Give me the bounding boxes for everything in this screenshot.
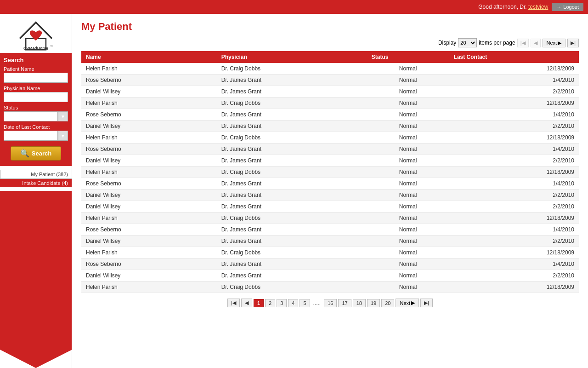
table-row[interactable]: Daniel WillseyDr. James GrantNormal2/2/2… <box>81 121 579 132</box>
page-16-button[interactable]: 16 <box>324 299 337 307</box>
date-dropdown-arrow[interactable]: ▼ <box>58 131 68 141</box>
page-20-button[interactable]: 20 <box>381 299 394 307</box>
cell-2-2: Normal <box>367 86 449 98</box>
header: Good afternoon, Dr. testview → Logout <box>0 0 588 14</box>
page-17-button[interactable]: 17 <box>338 299 351 307</box>
table-row[interactable]: Rose SebernoDr. James GrantNormal1/4/201… <box>81 144 579 155</box>
table-row[interactable]: Helen ParishDr. Craig DobbsNormal12/18/2… <box>81 213 579 224</box>
table-row[interactable]: Rose SebernoDr. James GrantNormal1/4/201… <box>81 178 579 190</box>
cell-14-1: Dr. James Grant <box>217 224 367 236</box>
page-19-button[interactable]: 19 <box>367 299 380 307</box>
table-row[interactable]: Helen ParishDr. Craig DobbsNormal12/18/2… <box>81 98 579 109</box>
cell-0-1: Dr. Craig Dobbs <box>217 63 367 75</box>
first-page-top-button[interactable]: |◀ <box>517 39 529 47</box>
table-row[interactable]: Daniel WillseyDr. James GrantNormal2/2/2… <box>81 86 579 98</box>
physician-name-input[interactable] <box>4 92 68 102</box>
last-page-bottom-button[interactable]: ▶| <box>420 299 433 307</box>
status-dropdown-arrow[interactable]: ▼ <box>58 111 68 121</box>
date-dropdown-container: ▼ <box>4 131 68 144</box>
patient-name-input[interactable] <box>4 73 68 83</box>
cell-18-0: Daniel Willsey <box>81 270 217 282</box>
table-row[interactable]: Helen ParishDr. Craig DobbsNormal12/18/2… <box>81 132 579 144</box>
table-row[interactable]: Rose SebernoDr. James GrantNormal1/4/201… <box>81 259 579 270</box>
cell-8-0: Daniel Willsey <box>81 155 217 167</box>
table-row[interactable]: Helen ParishDr. Craig DobbsNormal12/18/2… <box>81 167 579 178</box>
cell-11-0: Daniel Willsey <box>81 190 217 201</box>
cell-3-2: Normal <box>367 98 449 109</box>
cell-17-3: 1/4/2010 <box>449 259 579 270</box>
table-row[interactable]: Rose SebernoDr. James GrantNormal1/4/201… <box>81 75 579 86</box>
cell-17-0: Rose Seberno <box>81 259 217 270</box>
first-page-bottom-button[interactable]: |◀ <box>227 299 240 307</box>
main-content: My Patient Display 20 50 100 items per p… <box>72 14 588 368</box>
nav-links: My Patient (382) Intake Candidate (4) <box>0 166 72 191</box>
cell-16-0: Helen Parish <box>81 247 217 259</box>
date-input[interactable] <box>4 131 58 141</box>
cell-13-2: Normal <box>367 213 449 224</box>
table-row[interactable]: Daniel WillseyDr. James GrantNormal2/2/2… <box>81 236 579 247</box>
cell-0-3: 12/18/2009 <box>449 63 579 75</box>
search-icon: 🔍 <box>20 149 29 158</box>
table-row[interactable]: Daniel WillseyDr. James GrantNormal2/2/2… <box>81 190 579 201</box>
table-row[interactable]: Daniel WillseyDr. James GrantNormal2/2/2… <box>81 155 579 167</box>
patient-name-label: Patient Name <box>4 66 68 72</box>
last-page-top-button[interactable]: ▶| <box>567 39 579 47</box>
next-top-label: Next <box>547 40 557 46</box>
next-top-icon: ▶ <box>558 40 561 46</box>
per-page-select[interactable]: 20 50 100 <box>458 38 477 47</box>
status-label: Status <box>4 105 68 110</box>
cell-10-3: 1/4/2010 <box>449 178 579 190</box>
cell-12-2: Normal <box>367 201 449 213</box>
page-title: My Patient <box>81 21 579 33</box>
cell-2-1: Dr. James Grant <box>217 86 367 98</box>
page-5-button[interactable]: 5 <box>300 299 310 307</box>
svg-text:™: ™ <box>50 45 53 48</box>
table-row[interactable]: Helen ParishDr. Craig DobbsNormal12/18/2… <box>81 63 579 75</box>
cell-9-1: Dr. Craig Dobbs <box>217 167 367 178</box>
page-1-button[interactable]: 1 <box>254 299 264 307</box>
cell-13-0: Helen Parish <box>81 213 217 224</box>
next-page-top-button[interactable]: Next ▶ <box>543 39 566 47</box>
cell-19-0: Helen Parish <box>81 282 217 293</box>
prev-page-top-button[interactable]: ◀ <box>531 39 541 47</box>
cell-7-1: Dr. James Grant <box>217 144 367 155</box>
layout: CVMedHome ™ Search Patient Name Physicia… <box>0 14 588 368</box>
my-patient-link[interactable]: My Patient (382) <box>0 170 72 179</box>
logout-button[interactable]: → Logout <box>552 3 583 11</box>
status-input[interactable] <box>4 111 58 121</box>
sidebar-arrow-decoration <box>0 350 72 368</box>
cell-11-2: Normal <box>367 190 449 201</box>
cell-0-2: Normal <box>367 63 449 75</box>
prev-page-bottom-button[interactable]: ◀ <box>241 299 252 307</box>
cell-17-1: Dr. James Grant <box>217 259 367 270</box>
search-button[interactable]: 🔍 Search <box>11 146 61 161</box>
next-page-bottom-button[interactable]: Next ▶ <box>396 299 419 307</box>
cell-3-1: Dr. Craig Dobbs <box>217 98 367 109</box>
cell-19-2: Normal <box>367 282 449 293</box>
cell-10-2: Normal <box>367 178 449 190</box>
cell-15-1: Dr. James Grant <box>217 236 367 247</box>
table-row[interactable]: Daniel WillseyDr. James GrantNormal2/2/2… <box>81 201 579 213</box>
cell-6-1: Dr. Craig Dobbs <box>217 132 367 144</box>
table-row[interactable]: Daniel WillseyDr. James GrantNormal2/2/2… <box>81 270 579 282</box>
table-row[interactable]: Helen ParishDr. Craig DobbsNormal12/18/2… <box>81 247 579 259</box>
intake-candidate-link[interactable]: Intake Candidate (4) <box>0 179 72 187</box>
table-row[interactable]: Helen ParishDr. Craig DobbsNormal12/18/2… <box>81 282 579 293</box>
cell-1-3: 1/4/2010 <box>449 75 579 86</box>
table-row[interactable]: Rose SebernoDr. James GrantNormal1/4/201… <box>81 109 579 121</box>
page-3-button[interactable]: 3 <box>277 299 287 307</box>
username-link[interactable]: testview <box>528 4 548 10</box>
table-row[interactable]: Rose SebernoDr. James GrantNormal1/4/201… <box>81 224 579 236</box>
cell-16-1: Dr. Craig Dobbs <box>217 247 367 259</box>
table-body: Helen ParishDr. Craig DobbsNormal12/18/2… <box>81 63 579 293</box>
page-18-button[interactable]: 18 <box>353 299 366 307</box>
cell-19-3: 12/18/2009 <box>449 282 579 293</box>
col-physician: Physician <box>217 51 367 63</box>
pagination-top: Display 20 50 100 items per page |◀ ◀ Ne… <box>81 38 579 47</box>
page-4-button[interactable]: 4 <box>288 299 298 307</box>
cell-9-3: 12/18/2009 <box>449 167 579 178</box>
page-2-button[interactable]: 2 <box>265 299 275 307</box>
cell-4-1: Dr. James Grant <box>217 109 367 121</box>
cell-1-1: Dr. James Grant <box>217 75 367 86</box>
cell-19-1: Dr. Craig Dobbs <box>217 282 367 293</box>
